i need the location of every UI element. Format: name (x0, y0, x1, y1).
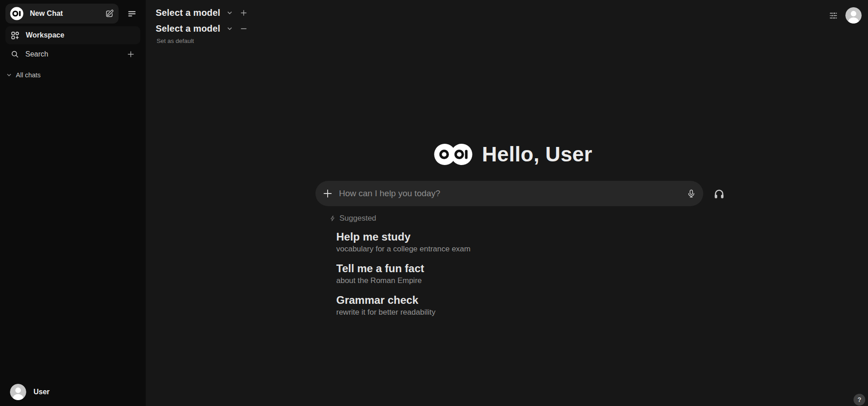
set-as-default-button[interactable]: Set as default (157, 38, 194, 44)
squares-plus-icon (11, 31, 19, 40)
user-avatar (10, 384, 26, 400)
hamburger-icon (128, 9, 136, 18)
user-name-label: User (33, 388, 50, 396)
suggestion-title: Help me study (336, 230, 680, 244)
search-icon (11, 50, 19, 58)
suggestion-title: Tell me a fun fact (336, 262, 680, 275)
user-menu-button[interactable]: User (5, 382, 140, 401)
openwebui-logo-large-icon (434, 143, 473, 165)
suggestion-item[interactable]: Grammar check rewrite it for better read… (336, 293, 680, 318)
greeting-text: Hello, User (482, 142, 592, 166)
topbar-right-controls (825, 0, 868, 31)
app-window: New Chat (0, 0, 868, 406)
message-input-bar[interactable] (315, 181, 703, 206)
chevron-down-icon (6, 72, 12, 78)
call-mode-button[interactable] (711, 185, 728, 203)
pencil-square-icon[interactable] (105, 9, 114, 18)
attach-plus-icon[interactable] (323, 189, 333, 198)
help-button[interactable]: ? (854, 394, 865, 406)
chevron-down-icon (227, 26, 233, 32)
headphones-icon (713, 188, 725, 200)
remove-model-button[interactable] (238, 23, 250, 34)
all-chats-toggle[interactable]: All chats (6, 68, 41, 82)
bolt-icon (329, 215, 336, 222)
toggle-sidebar-button[interactable] (124, 6, 139, 21)
profile-avatar[interactable] (845, 7, 862, 24)
all-chats-label: All chats (16, 71, 41, 79)
model-selector-1-label: Select a model (156, 8, 220, 18)
new-folder-plus-icon[interactable] (127, 50, 135, 58)
search-label: Search (25, 50, 120, 58)
suggestion-list: Help me study vocabulary for a college e… (336, 230, 680, 325)
suggested-label: Suggested (339, 214, 376, 223)
chat-controls-button[interactable] (825, 8, 841, 23)
microphone-icon[interactable] (687, 189, 696, 198)
chevron-down-icon (227, 10, 233, 16)
sidebar-item-workspace[interactable]: Workspace (5, 26, 140, 44)
sliders-icon (829, 11, 838, 20)
suggestion-title: Grammar check (336, 293, 680, 307)
new-chat-label: New Chat (30, 9, 99, 18)
add-model-button[interactable] (238, 7, 250, 19)
sidebar: New Chat (0, 0, 146, 406)
sidebar-item-search[interactable]: Search (5, 45, 140, 63)
message-input[interactable] (338, 188, 681, 199)
greeting-row: Hello, User (434, 142, 592, 166)
workspace-label: Workspace (26, 31, 64, 39)
suggestion-item[interactable]: Tell me a fun fact about the Roman Empir… (336, 262, 680, 286)
model-selector-2-label: Select a model (156, 24, 220, 34)
suggestion-subtitle: vocabulary for a college entrance exam (336, 244, 680, 255)
new-chat-button[interactable]: New Chat (5, 4, 119, 24)
suggested-header: Suggested (329, 214, 376, 223)
model-selector-1[interactable]: Select a model (156, 5, 250, 20)
suggestion-subtitle: about the Roman Empire (336, 275, 680, 286)
suggestion-item[interactable]: Help me study vocabulary for a college e… (336, 230, 680, 255)
openwebui-logo-icon (10, 7, 24, 20)
model-selector-2[interactable]: Select a model (156, 21, 250, 36)
suggestion-subtitle: rewrite it for better readability (336, 307, 680, 318)
